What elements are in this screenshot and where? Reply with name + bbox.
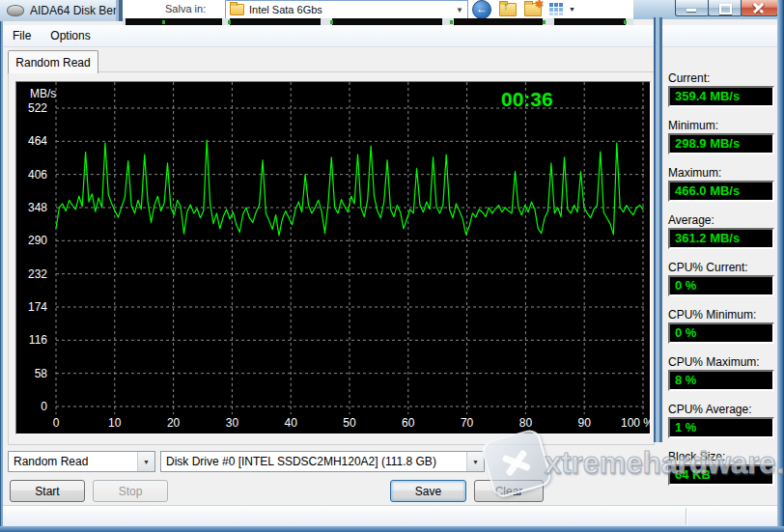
stat-label-7: CPU% Average: <box>668 403 774 417</box>
stat-value-6: 8 % <box>668 370 774 391</box>
stat-label-1: Minimum: <box>668 119 774 133</box>
svg-text:70: 70 <box>461 416 474 430</box>
minimize-icon <box>686 9 696 12</box>
svg-text:232: 232 <box>28 267 47 281</box>
stat-value-4: 0 % <box>668 275 774 296</box>
stat-label-5: CPU% Minimum: <box>668 308 774 322</box>
views-icon[interactable] <box>549 3 564 15</box>
disk-icon <box>7 5 24 16</box>
folder-icon <box>230 4 244 15</box>
aida64-disk-benchmark-window: AIDA64 Disk Bench Salva in: Intel Sata 6… <box>0 0 784 532</box>
svg-text:100 %: 100 % <box>621 416 650 430</box>
benchmark-chart: 5224644063482902321741165800102030405060… <box>15 81 651 434</box>
stat-value-1: 298.9 MB/s <box>668 133 774 154</box>
svg-text:80: 80 <box>519 416 533 430</box>
save-in-label: Salva in: <box>165 3 206 14</box>
stat-value-3: 361.2 MB/s <box>668 228 774 249</box>
back-icon[interactable]: ← <box>472 0 491 19</box>
spark-glyph: ✱ <box>535 0 544 11</box>
stat-label-6: CPU% Maximum: <box>668 355 774 370</box>
stat-label-8: Block Size: <box>668 450 774 464</box>
clear-button[interactable]: Clear <box>474 480 544 502</box>
tab-random-read[interactable]: Random Read <box>8 50 98 73</box>
svg-text:50: 50 <box>343 416 356 430</box>
window-border-left <box>0 21 3 532</box>
maximize-button[interactable] <box>708 0 742 16</box>
save-location-dropdown[interactable]: Intel Sata 6Gbs ▼ <box>225 0 468 19</box>
up-arrow-glyph: ↑ <box>503 0 509 12</box>
svg-text:290: 290 <box>28 234 47 247</box>
stat-value-5: 0 % <box>668 322 774 344</box>
dialog-window-edge <box>116 0 123 21</box>
menu-file[interactable]: File <box>3 29 41 42</box>
background-window-border <box>654 17 662 442</box>
svg-text:60: 60 <box>402 416 415 430</box>
svg-text:MB/s: MB/s <box>30 87 56 100</box>
stat-label-3: Average: <box>668 213 774 228</box>
svg-text:522: 522 <box>28 101 47 115</box>
status-bar-separator <box>686 508 687 525</box>
svg-text:116: 116 <box>29 333 47 347</box>
stat-value-2: 466.0 MB/s <box>668 181 774 202</box>
close-button[interactable] <box>741 0 778 16</box>
svg-text:0: 0 <box>41 400 47 413</box>
svg-text:10: 10 <box>108 416 122 430</box>
svg-text:30: 30 <box>226 416 239 430</box>
minimize-button[interactable] <box>675 0 710 16</box>
drive-value: Disk Drive #0 [INTEL SSDSC2MH120A2] (111… <box>161 455 436 468</box>
save-location-value: Intel Sata 6Gbs <box>249 4 322 15</box>
chevron-down-icon[interactable]: ▼ <box>456 6 463 14</box>
svg-text:40: 40 <box>285 416 298 430</box>
test-type-value: Random Read <box>9 455 88 468</box>
menu-options[interactable]: Options <box>41 29 99 42</box>
dialog-toolbar: ← ↑ ✱ ▼ <box>472 0 575 18</box>
svg-text:90: 90 <box>578 416 592 430</box>
chart-canvas: 5224644063482902321741165800102030405060… <box>16 82 650 434</box>
svg-text:406: 406 <box>28 168 47 182</box>
window-border-right <box>777 0 784 532</box>
stat-label-4: CPU% Current: <box>668 261 774 275</box>
stats-panel: Current:359.4 MB/sMinimum:298.9 MB/sMaxi… <box>668 71 774 497</box>
svg-text:58: 58 <box>35 367 48 380</box>
status-bar <box>3 505 777 526</box>
window-border-bottom <box>0 526 784 532</box>
stat-label-2: Maximum: <box>668 166 774 181</box>
save-button[interactable]: Save <box>390 480 466 502</box>
drive-dropdown[interactable]: Disk Drive #0 [INTEL SSDSC2MH120A2] (111… <box>160 451 485 472</box>
stat-value-7: 1 % <box>668 417 774 438</box>
views-chevron-icon[interactable]: ▼ <box>569 6 575 13</box>
stat-value-8: 64 KB <box>668 464 774 486</box>
svg-text:174: 174 <box>28 300 47 314</box>
save-dialog-fragment: Salva in: Intel Sata 6Gbs ▼ ← ↑ ✱ ▼ <box>123 0 633 18</box>
maximize-icon <box>719 4 732 14</box>
chevron-down-icon[interactable]: ▼ <box>137 452 154 471</box>
chevron-down-icon[interactable]: ▼ <box>466 452 484 471</box>
stat-value-0: 359.4 MB/s <box>668 86 774 107</box>
stat-label-0: Current: <box>668 71 774 86</box>
background-window-titlebar <box>633 0 777 19</box>
test-type-dropdown[interactable]: Random Read ▼ <box>8 451 155 472</box>
new-folder-icon[interactable]: ✱ <box>524 3 542 16</box>
start-button[interactable]: Start <box>10 480 85 502</box>
aida64-titlebar-fragment[interactable]: AIDA64 Disk Bench <box>0 0 123 21</box>
stop-button[interactable]: Stop <box>93 480 168 502</box>
svg-text:20: 20 <box>167 416 181 430</box>
svg-text:348: 348 <box>28 201 47 214</box>
elapsed-timer: 00:36 <box>501 88 553 110</box>
folder-up-icon[interactable]: ↑ <box>499 3 517 16</box>
svg-text:464: 464 <box>28 134 47 148</box>
svg-text:0: 0 <box>53 416 60 430</box>
window-title: AIDA64 Disk Bench <box>30 4 123 17</box>
